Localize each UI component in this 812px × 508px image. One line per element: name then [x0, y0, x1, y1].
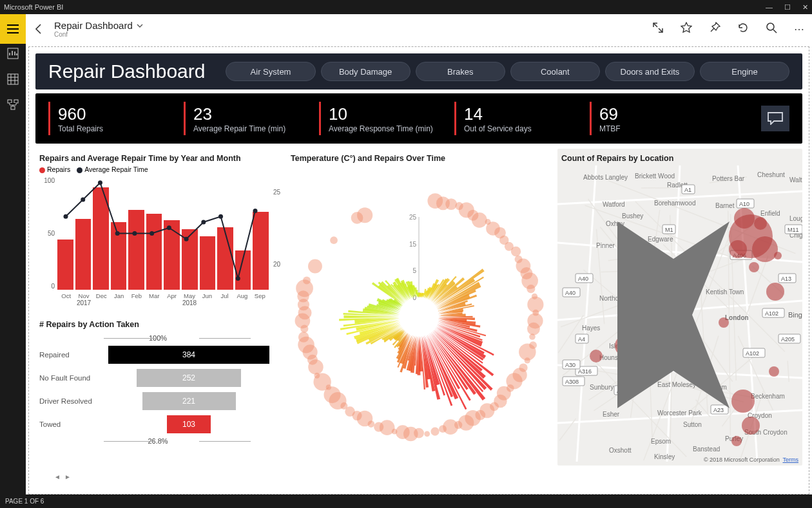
left-rail	[0, 44, 26, 494]
more-icon[interactable]: ⋯	[794, 23, 806, 35]
svg-point-189	[472, 212, 487, 228]
svg-point-228	[396, 425, 410, 439]
fullscreen-icon[interactable]	[652, 22, 664, 36]
comment-button[interactable]	[761, 106, 789, 131]
breadcrumb-title[interactable]: Repair Dashboard	[54, 20, 133, 31]
filter-doors-exits[interactable]: Doors and Exits	[605, 62, 695, 81]
app-title: Microsoft Power BI	[4, 3, 63, 11]
breadcrumb-sub: Conf	[54, 31, 143, 38]
search-icon[interactable]	[766, 22, 777, 36]
svg-point-224	[430, 428, 439, 436]
kpi-total-repairs[interactable]: 960Total Repairs	[48, 102, 184, 135]
page-indicator: PAGE 1 OF 6	[5, 498, 44, 505]
svg-point-254	[308, 259, 322, 274]
map-terms-link[interactable]: Terms	[783, 456, 799, 463]
titlebar: Microsoft Power BI — ☐ ✕	[0, 0, 812, 14]
appbar: Repair Dashboard Conf ⋯	[0, 14, 812, 44]
svg-point-0	[767, 23, 774, 30]
svg-point-209	[525, 357, 530, 363]
page-nav[interactable]: ◄►	[54, 473, 71, 480]
back-button[interactable]	[26, 23, 52, 35]
kpi-out-of-service[interactable]: 14Out of Service days	[454, 102, 590, 135]
kpi-avg-repair-time[interactable]: 23Average Repair Time (min)	[184, 102, 319, 135]
svg-rect-4	[14, 100, 18, 103]
chart-map-locations[interactable]: Count of Repairs by Location Abbots Lang…	[557, 149, 802, 466]
svg-point-223	[439, 425, 447, 433]
chevron-down-icon[interactable]	[137, 23, 143, 29]
filter-engine[interactable]: Engine	[700, 62, 789, 81]
filter-coolant[interactable]: Coolant	[510, 62, 600, 81]
svg-rect-5	[11, 106, 15, 109]
kpi-strip: 960Total Repairs 23Average Repair Time (…	[35, 93, 802, 144]
map-attribution: Bing	[561, 167, 802, 463]
svg-point-257	[357, 207, 372, 223]
maximize-icon[interactable]: ☐	[784, 3, 791, 12]
close-icon[interactable]: ✕	[802, 3, 808, 12]
svg-point-231	[374, 422, 383, 431]
dashboard-header: Repair Dashboard Air System Body Damage …	[35, 53, 802, 89]
data-view-icon[interactable]	[7, 73, 19, 88]
refresh-icon[interactable]	[737, 22, 749, 36]
svg-point-246	[298, 332, 309, 343]
favorite-icon[interactable]	[681, 22, 692, 36]
pin-icon[interactable]	[709, 22, 720, 36]
model-view-icon[interactable]	[7, 99, 19, 113]
svg-text:15: 15	[409, 241, 417, 248]
svg-rect-3	[8, 100, 12, 103]
combo-legend: Repairs Average Repair Time	[35, 165, 280, 173]
report-canvas: Repair Dashboard Air System Body Damage …	[26, 44, 812, 494]
kpi-mtbf[interactable]: 69MTBF	[590, 102, 693, 135]
hamburger-button[interactable]	[0, 14, 26, 44]
svg-marker-63	[438, 316, 473, 317]
svg-point-255	[330, 236, 338, 244]
minimize-icon[interactable]: —	[766, 3, 773, 11]
chart-repairs-combo[interactable]: Repairs and Average Repair Time by Year …	[35, 149, 280, 310]
map-copyright: © 2018 Microsoft Corporation Terms	[704, 456, 798, 463]
svg-point-185	[445, 198, 457, 210]
kpi-avg-response-time[interactable]: 10Average Response Time (min)	[319, 102, 454, 135]
svg-rect-2	[8, 74, 18, 84]
chart-funnel[interactable]: # Repairs by Action Taken 100% Repaired3…	[35, 315, 280, 466]
svg-point-195	[511, 247, 521, 256]
page-title: Repair Dashboard	[48, 61, 205, 82]
svg-point-225	[424, 431, 430, 437]
svg-text:25: 25	[409, 214, 417, 221]
filter-body-damage[interactable]: Body Damage	[321, 62, 411, 81]
svg-point-206	[529, 334, 536, 340]
svg-point-200	[527, 285, 535, 293]
report-view-icon[interactable]	[7, 48, 19, 62]
svg-point-253	[303, 277, 311, 285]
status-bar: PAGE 1 OF 6	[0, 494, 812, 508]
svg-point-205	[527, 323, 540, 335]
svg-text:5: 5	[412, 267, 416, 274]
filter-brakes[interactable]: Brakes	[416, 62, 505, 81]
filter-air-system[interactable]: Air System	[226, 62, 315, 81]
chart-radial-temperature[interactable]: Temperature (C°) and Repairs Over Time 2…	[287, 149, 551, 466]
